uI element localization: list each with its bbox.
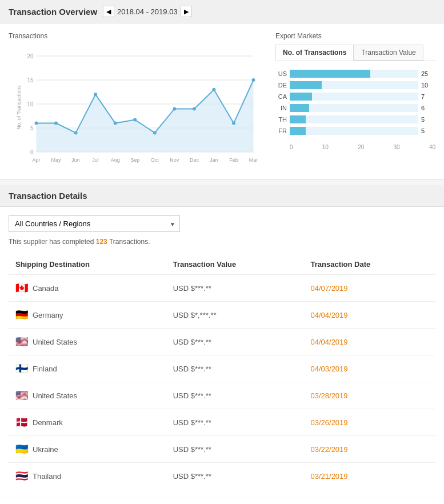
destination-cell: 🇩🇰Denmark (9, 409, 166, 436)
overview-body: Transactions 20 15 10 5 0 No. of T (0, 23, 444, 179)
transaction-date-cell: 03/26/2019 (303, 409, 435, 436)
tab-transaction-value[interactable]: Transaction Value (354, 45, 423, 61)
svg-text:No. of Transactions: No. of Transactions (16, 85, 22, 130)
svg-point-20 (193, 107, 196, 110)
table-body: 🇨🇦CanadaUSD $***.** 04/07/2019🇩🇪GermanyU… (9, 275, 435, 490)
date-navigation: ◀ 2018.04 - 2019.03 ▶ (103, 6, 192, 17)
bar-label: DE (275, 82, 287, 89)
export-markets-panel: Export Markets No. of Transactions Trans… (275, 32, 435, 170)
bar-background (290, 81, 418, 89)
svg-marker-11 (37, 80, 254, 152)
svg-point-13 (54, 122, 58, 125)
details-header: Transaction Details (0, 185, 444, 207)
svg-text:Dec: Dec (190, 157, 199, 163)
transaction-count-text: This supplier has completed 123 Transact… (9, 238, 435, 246)
svg-text:Sep: Sep (130, 157, 139, 163)
table-row: 🇺🇸United StatesUSD $***.**04/04/2019 (9, 329, 435, 355)
bar-value: 6 (421, 105, 435, 111)
table-row: 🇩🇰DenmarkUSD $***.**03/26/2019 (9, 409, 435, 436)
chart-svg: 20 15 10 5 0 No. of Transactions (9, 45, 264, 170)
country-name: Germany (33, 311, 63, 319)
svg-text:10: 10 (27, 101, 34, 107)
prev-date-button[interactable]: ◀ (103, 6, 114, 17)
destination-cell: 🇹🇭Thailand (9, 463, 166, 490)
table-row: 🇫🇮FinlandUSD $***.**04/03/2019 (9, 355, 435, 382)
table-row: 🇺🇦UkraineUSD $***.**03/22/2019 (9, 436, 435, 463)
svg-text:Feb: Feb (229, 157, 238, 163)
svg-text:Jan: Jan (210, 157, 218, 163)
country-name: United States (33, 391, 77, 400)
bar-row-ca: CA7 (275, 93, 435, 101)
svg-point-21 (212, 88, 215, 91)
bar-label: FR (275, 127, 287, 134)
bar-fill (290, 115, 306, 123)
bar-value: 5 (421, 127, 435, 134)
transaction-date-cell: 04/04/2019 (303, 302, 435, 329)
svg-point-19 (173, 107, 176, 110)
flag-icon: 🇫🇮 (15, 362, 28, 375)
col-shipping-destination: Shipping Destination (9, 254, 166, 275)
bar-background (290, 127, 418, 135)
overview-title: Transaction Overview (9, 7, 97, 17)
table-row: 🇨🇦CanadaUSD $***.** 04/07/2019 (9, 275, 435, 302)
country-name: Canada (33, 284, 59, 293)
bar-row-fr: FR5 (275, 127, 435, 135)
table-row: 🇺🇸United StatesUSD $***.**03/28/2019 (9, 382, 435, 409)
country-name: United States (33, 338, 77, 346)
svg-point-23 (252, 78, 255, 82)
transaction-date-cell: 04/07/2019 (303, 275, 435, 302)
transaction-count-number: 123 (96, 238, 107, 246)
table-header: Shipping Destination Transaction Value T… (9, 254, 435, 275)
bar-value: 7 (421, 93, 435, 100)
destination-cell: 🇺🇸United States (9, 382, 166, 409)
svg-point-18 (153, 131, 157, 134)
transaction-date-cell: 04/04/2019 (303, 329, 435, 355)
details-body: All Countries / Regions This supplier ha… (0, 207, 444, 498)
table-header-row: Shipping Destination Transaction Value T… (9, 254, 435, 275)
svg-point-15 (94, 93, 97, 96)
overview-header: Transaction Overview ◀ 2018.04 - 2019.03… (0, 0, 444, 23)
bar-value: 25 (421, 70, 435, 77)
flag-icon: 🇹🇭 (15, 470, 28, 482)
transaction-value-cell: USD $***.** (166, 355, 304, 382)
transaction-date-cell: 03/28/2019 (303, 382, 435, 409)
bar-fill (290, 104, 309, 112)
bar-fill (290, 70, 370, 78)
table-row: 🇹🇭ThailandUSD $***.**03/21/2019 (9, 463, 435, 490)
svg-point-22 (232, 122, 235, 125)
svg-point-12 (35, 122, 38, 125)
svg-text:Jun: Jun (71, 157, 80, 163)
flag-icon: 🇺🇸 (15, 389, 28, 402)
bar-row-de: DE10 (275, 81, 435, 89)
export-tabs: No. of Transactions Transaction Value (275, 45, 435, 61)
export-markets-title: Export Markets (275, 32, 435, 40)
flag-icon: 🇺🇦 (15, 443, 28, 455)
svg-text:5: 5 (30, 125, 34, 131)
transactions-label: Transactions (9, 32, 264, 40)
destination-cell: 🇩🇪Germany (9, 302, 166, 329)
transaction-date-cell: 03/21/2019 (303, 463, 435, 490)
details-section: Transaction Details All Countries / Regi… (0, 185, 444, 504)
country-name: Finland (33, 365, 57, 373)
tab-no-transactions[interactable]: No. of Transactions (275, 45, 354, 61)
date-range: 2018.04 - 2019.03 (117, 7, 178, 16)
bar-label: US (275, 70, 287, 77)
flag-icon: 🇨🇦 (15, 282, 28, 294)
bar-row-th: TH5 (275, 115, 435, 123)
bar-row-us: US25 (275, 70, 435, 78)
next-date-button[interactable]: ▶ (181, 6, 192, 17)
bar-background (290, 93, 418, 101)
filter-select-wrap: All Countries / Regions (9, 215, 180, 232)
destination-cell: 🇺🇦Ukraine (9, 436, 166, 463)
country-filter-select[interactable]: All Countries / Regions (9, 215, 180, 232)
destination-cell: 🇫🇮Finland (9, 355, 166, 382)
transaction-value-cell: USD $***.** (166, 275, 304, 302)
transaction-value-cell: USD $***.** (166, 436, 304, 463)
line-chart: 20 15 10 5 0 No. of Transactions (9, 45, 264, 170)
transactions-table: Shipping Destination Transaction Value T… (9, 254, 435, 489)
table-row: 🇩🇪GermanyUSD $*,***.**04/04/2019 (9, 302, 435, 329)
destination-cell: 🇺🇸United States (9, 329, 166, 355)
filter-row: All Countries / Regions (9, 215, 435, 232)
transactions-panel: Transactions 20 15 10 5 0 No. of T (9, 32, 264, 170)
bar-label: CA (275, 93, 287, 100)
